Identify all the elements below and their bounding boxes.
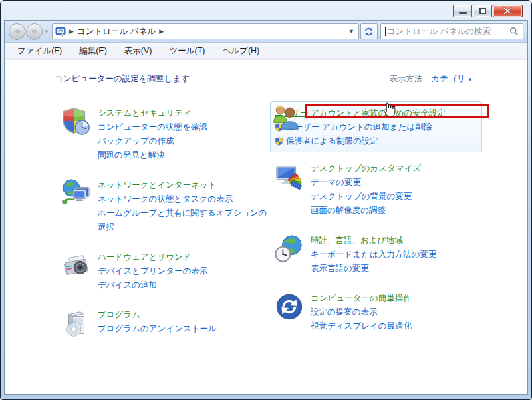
category-ease-of-access: コンピューターの簡単操作 設定の提案の表示 視覚ディスプレイの最適化 bbox=[274, 292, 493, 333]
breadcrumb[interactable]: コントロール パネル bbox=[77, 26, 156, 37]
forward-button[interactable] bbox=[26, 23, 43, 40]
forward-arrow-icon bbox=[30, 27, 39, 36]
network-internet-icon[interactable] bbox=[61, 178, 92, 209]
search-placeholder: コントロール パネルの検索 bbox=[387, 26, 509, 37]
control-panel-icon bbox=[55, 26, 66, 37]
task-link-create-backup[interactable]: バックアップの作成 bbox=[98, 136, 174, 146]
refresh-icon bbox=[364, 27, 374, 37]
control-panel-window: ▼ ▶ コントロール パネル ▶ ▼ bbox=[0, 0, 532, 400]
close-button[interactable] bbox=[493, 5, 523, 17]
appearance-icon[interactable] bbox=[274, 162, 305, 192]
category-column-right: ユーザー アカウントと家族のための安全設定 ユーザー bbox=[274, 106, 493, 349]
user-accounts-icon[interactable] bbox=[271, 102, 301, 132]
search-input[interactable]: コントロール パネルの検索 bbox=[380, 23, 523, 39]
breadcrumb-arrow-icon[interactable]: ▶ bbox=[69, 28, 74, 35]
category-title-programs[interactable]: プログラム bbox=[98, 308, 140, 322]
menu-help[interactable]: ヘルプ(H) bbox=[217, 43, 266, 59]
category-title-hardware-sound[interactable]: ハードウェアとサウンド bbox=[98, 250, 191, 264]
control-panel-home: コンピューターの設定を調整します 表示方法: カテゴリ ▼ bbox=[5, 60, 527, 393]
task-link-optimize-visual-display[interactable]: 視覚ディスプレイの最適化 bbox=[311, 321, 412, 331]
task-link-change-theme[interactable]: テーマの変更 bbox=[311, 178, 361, 187]
menu-tools[interactable]: ツール(T) bbox=[163, 43, 211, 59]
task-link-change-display-language[interactable]: 表示言語の変更 bbox=[311, 264, 369, 273]
task-link-uninstall-program[interactable]: プログラムのアンインストール bbox=[98, 324, 217, 333]
recent-pages-chevron-icon[interactable]: ▼ bbox=[44, 29, 49, 35]
navigation-bar: ▼ ▶ コントロール パネル ▶ ▼ bbox=[5, 21, 527, 43]
breadcrumb-arrow-icon[interactable]: ▶ bbox=[159, 28, 164, 35]
uac-shield-icon bbox=[275, 137, 283, 146]
task-link-add-device[interactable]: デバイスの追加 bbox=[98, 280, 157, 290]
view-by-control: 表示方法: カテゴリ ▼ bbox=[389, 73, 473, 85]
category-network-internet: ネットワークとインターネット ネットワークの状態とタスクの表示 ホームグループと… bbox=[61, 178, 271, 234]
menu-file[interactable]: ファイル(F) bbox=[11, 43, 68, 59]
category-user-accounts-family-safety: ユーザー アカウントと家族のための安全設定 ユーザー bbox=[270, 101, 482, 152]
clock-language-region-icon[interactable] bbox=[274, 234, 305, 264]
menu-edit[interactable]: 編集(E) bbox=[73, 43, 113, 59]
menu-view[interactable]: 表示(V) bbox=[118, 43, 158, 59]
task-link-view-network-status[interactable]: ネットワークの状態とタスクの表示 bbox=[98, 194, 233, 204]
category-appearance-personalization: デスクトップのカスタマイズ テーマの変更 デスクトップの背景の変更 画面の解像度… bbox=[274, 162, 493, 218]
task-link-suggested-settings[interactable]: 設定の提案の表示 bbox=[311, 307, 378, 317]
task-link-check-computer-status[interactable]: コンピューターの状態を確認 bbox=[98, 122, 207, 132]
page-title: コンピューターの設定を調整します bbox=[55, 73, 190, 85]
task-link-parental-controls[interactable]: 保護者による制限の設定 bbox=[286, 134, 378, 148]
programs-icon[interactable] bbox=[61, 308, 92, 339]
task-link-add-remove-user-accounts[interactable]: ユーザー アカウントの追加または削除 bbox=[286, 120, 432, 134]
window-client-area: ▼ ▶ コントロール パネル ▶ ▼ bbox=[4, 20, 528, 395]
address-bar[interactable]: ▶ コントロール パネル ▶ ▼ bbox=[52, 23, 359, 39]
task-link-change-keyboards-input[interactable]: キーボードまたは入力方法の変更 bbox=[311, 250, 437, 259]
task-link-view-devices-printers[interactable]: デバイスとプリンターの表示 bbox=[98, 266, 207, 276]
view-by-dropdown[interactable]: カテゴリ bbox=[431, 74, 465, 83]
task-link-adjust-screen-resolution[interactable]: 画面の解像度の調整 bbox=[311, 206, 386, 215]
category-clock-language-region: 時計、言語、および地域 キーボードまたは入力方法の変更 表示言語の変更 bbox=[274, 234, 493, 276]
search-icon[interactable] bbox=[509, 27, 519, 36]
category-title-appearance[interactable]: デスクトップのカスタマイズ bbox=[311, 162, 421, 176]
task-link-change-desktop-background[interactable]: デスクトップの背景の変更 bbox=[311, 192, 412, 201]
maximize-button[interactable] bbox=[473, 5, 492, 17]
window-controls bbox=[452, 5, 523, 17]
back-arrow-icon bbox=[13, 27, 22, 36]
menu-bar: ファイル(F) 編集(E) 表示(V) ツール(T) ヘルプ(H) bbox=[5, 43, 527, 60]
category-title-network-internet[interactable]: ネットワークとインターネット bbox=[98, 178, 217, 192]
view-by-dropdown-arrow-icon[interactable]: ▼ bbox=[467, 77, 473, 83]
text-caret bbox=[385, 27, 386, 36]
ease-of-access-icon[interactable] bbox=[274, 292, 305, 322]
refresh-button[interactable] bbox=[360, 23, 378, 39]
category-title-system-security[interactable]: システムとセキュリティ bbox=[98, 106, 192, 120]
hardware-sound-icon[interactable] bbox=[61, 250, 92, 281]
minimize-icon bbox=[459, 12, 467, 14]
minimize-button[interactable] bbox=[453, 5, 472, 17]
category-system-security: システムとセキュリティ コンピューターの状態を確認 バックアップの作成 問題の発… bbox=[61, 106, 271, 162]
category-programs: プログラム プログラムのアンインストール bbox=[61, 308, 271, 340]
category-column-left: システムとセキュリティ コンピューターの状態を確認 バックアップの作成 問題の発… bbox=[61, 106, 271, 356]
view-by-label: 表示方法: bbox=[389, 74, 424, 83]
task-link-homegroup-sharing-options[interactable]: ホームグループと共有に関するオプションの選択 bbox=[98, 208, 267, 232]
close-icon bbox=[503, 7, 512, 15]
address-dropdown-icon[interactable]: ▼ bbox=[348, 28, 354, 35]
maximize-icon bbox=[479, 8, 486, 14]
category-title-clock-language-region[interactable]: 時計、言語、および地域 bbox=[311, 234, 402, 248]
system-security-icon[interactable] bbox=[61, 106, 92, 137]
category-title-ease-of-access[interactable]: コンピューターの簡単操作 bbox=[311, 292, 412, 305]
task-link-find-fix-problems[interactable]: 問題の発見と解決 bbox=[98, 150, 165, 160]
category-hardware-sound: ハードウェアとサウンド デバイスとプリンターの表示 デバイスの追加 bbox=[61, 250, 271, 292]
back-button[interactable] bbox=[9, 23, 25, 40]
